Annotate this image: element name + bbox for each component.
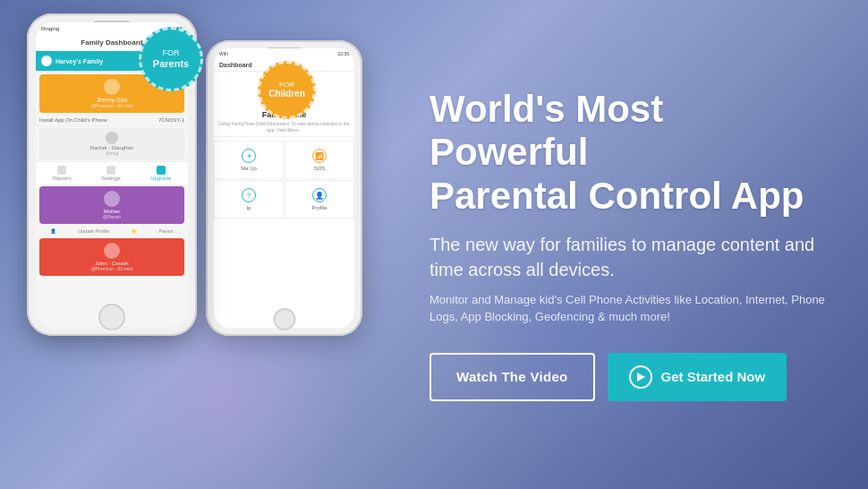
badge-parents-for: FOR [163, 48, 180, 58]
child-card-mother: Mother @Parent [39, 186, 184, 224]
badge-children-for: FOR [279, 81, 294, 90]
install-row: Install App On Child's Phone 7CNDSY-1 [36, 115, 188, 126]
reports-icon [57, 166, 66, 175]
child-card-john: John - Cousin @Premium - 00-next [39, 238, 184, 276]
badge-children: FOR Children [258, 61, 316, 119]
hero-description: Monitor and Manage kid's Cell Phone Acti… [430, 291, 832, 326]
badge-children-label: Children [268, 89, 305, 99]
hero-subtitle: The new way for families to manage conte… [430, 232, 832, 282]
child-avatar-mother [104, 191, 120, 207]
phone-parent-home-btn[interactable] [98, 304, 125, 330]
child-avatar-jimmy [104, 79, 120, 95]
help-icon: ? [242, 188, 256, 202]
grid-sos: 📶 SOS [285, 141, 354, 179]
play-triangle [637, 373, 645, 382]
hero-title: World's Most Powerful Parental Control A… [430, 88, 832, 218]
child-grid: ☀ Me Up 📶 SOS ? lp 👤 P [214, 141, 354, 219]
badge-parents-label: Parents [153, 58, 189, 70]
family-icon [41, 56, 52, 66]
grid-help: ? lp [214, 180, 284, 219]
badge-parents: FOR Parents [139, 27, 203, 91]
play-icon [629, 365, 652, 389]
child-status-bar: WiFi 22:05 [214, 48, 354, 59]
wakeup-icon: ☀ [242, 149, 256, 163]
grid-profile: 👤 Profile [285, 180, 354, 219]
nav-upgrade[interactable]: Upgrade [150, 166, 171, 181]
left-section: FOR Parents FOR Children Ringing 22:05 F… [0, 0, 412, 489]
get-started-button[interactable]: Get Started Now [608, 353, 787, 401]
phone-child-home-btn[interactable] [273, 308, 295, 330]
buttons-row: Watch The Video Get Started Now [430, 353, 832, 401]
child-avatar-rachel [106, 132, 118, 144]
sos-icon: 📶 [312, 149, 327, 163]
nav-settings[interactable]: Settings [101, 166, 121, 181]
settings-icon [106, 166, 115, 175]
update-row: 👤 Update Profile ⭐ Parent [36, 226, 188, 236]
child-avatar-john [104, 243, 120, 259]
nav-reports[interactable]: Reports [53, 166, 72, 181]
grid-wakeup: ☀ Me Up [214, 141, 284, 179]
parent-nav: Reports Settings Upgrade [36, 161, 188, 184]
ft-description: Using FamilyTime Child Dashboard. To vie… [217, 121, 351, 133]
profile-icon: 👤 [312, 188, 327, 202]
child-card-rachel: Rachel - Daughter @msg [39, 128, 184, 159]
right-section: World's Most Powerful Parental Control A… [412, 0, 868, 489]
watch-video-button[interactable]: Watch The Video [430, 353, 595, 401]
content-wrapper: FOR Parents FOR Children Ringing 22:05 F… [0, 0, 868, 489]
upgrade-icon [157, 166, 166, 175]
